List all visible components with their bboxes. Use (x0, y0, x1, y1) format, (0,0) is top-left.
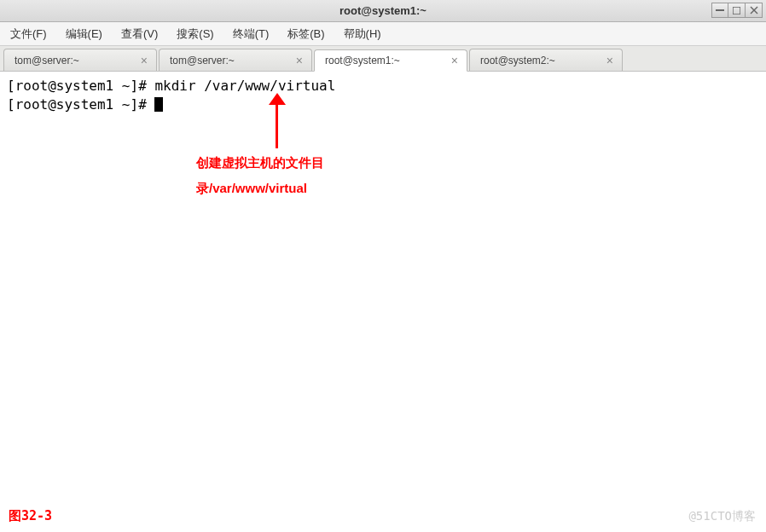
annotation-line1: 创建虚拟主机的文件目 (196, 150, 367, 176)
terminal-line: [root@system1 ~]# (7, 95, 759, 114)
window-controls (711, 3, 763, 18)
tab-close-icon[interactable]: × (450, 55, 460, 66)
terminal-tab[interactable]: tom@server:~ × (159, 49, 312, 71)
annotation-text: 创建虚拟主机的文件目 录/var/www/virtual (196, 150, 367, 201)
menu-view[interactable]: 查看(V) (118, 25, 161, 43)
watermark: @51CTO博客 (688, 506, 756, 525)
terminal-tab[interactable]: root@system2:~ × (469, 49, 623, 71)
close-button[interactable] (746, 3, 763, 18)
menu-bar: 文件(F) 编辑(E) 查看(V) 搜索(S) 终端(T) 标签(B) 帮助(H… (0, 22, 766, 46)
minimize-button[interactable] (711, 3, 728, 18)
terminal-tab[interactable]: tom@server:~ × (3, 49, 157, 71)
tab-close-icon[interactable]: × (605, 55, 615, 66)
tab-bar: tom@server:~ × tom@server:~ × root@syste… (0, 46, 766, 72)
tab-label: root@system1:~ (325, 55, 400, 66)
svg-rect-0 (716, 9, 724, 11)
close-icon (750, 6, 758, 14)
terminal-tab-active[interactable]: root@system1:~ × (314, 49, 467, 72)
maximize-icon (733, 7, 740, 14)
menu-tabs[interactable]: 标签(B) (284, 25, 328, 43)
menu-file[interactable]: 文件(F) (7, 25, 50, 43)
terminal-prompt: [root@system1 ~]# (7, 96, 154, 113)
window-titlebar: root@system1:~ (0, 0, 766, 22)
tab-label: tom@server:~ (170, 55, 235, 66)
menu-search[interactable]: 搜索(S) (173, 25, 217, 43)
terminal-output[interactable]: [root@system1 ~]# mkdir /var/www/virtual… (0, 72, 766, 532)
minimize-icon (716, 9, 724, 11)
menu-terminal[interactable]: 终端(T) (229, 25, 273, 43)
annotation-line2: 录/var/www/virtual (196, 176, 367, 201)
tab-close-icon[interactable]: × (294, 55, 305, 66)
terminal-cursor (154, 97, 163, 112)
window-title: root@system1:~ (339, 4, 427, 17)
svg-rect-1 (733, 7, 740, 14)
terminal-line: [root@system1 ~]# mkdir /var/www/virtual (7, 77, 759, 95)
maximize-button[interactable] (728, 3, 746, 18)
tab-label: root@system2:~ (480, 55, 555, 66)
figure-label: 图32-3 (9, 506, 52, 525)
menu-edit[interactable]: 编辑(E) (62, 25, 106, 43)
tab-label: tom@server:~ (15, 55, 79, 66)
tab-close-icon[interactable]: × (139, 55, 149, 66)
menu-help[interactable]: 帮助(H) (340, 25, 385, 43)
